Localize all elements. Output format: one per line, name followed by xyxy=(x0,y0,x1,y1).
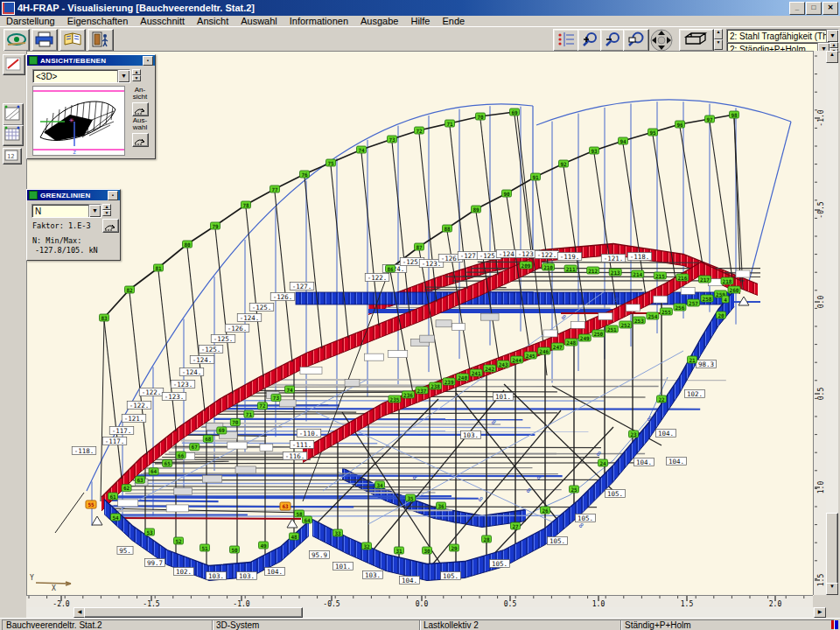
minimize-button[interactable]: _ xyxy=(789,2,805,15)
panel-titlebar[interactable]: GRENZLINIEN ▪ xyxy=(27,190,120,200)
node-chip: 35 xyxy=(406,494,416,501)
node-chip: 53 xyxy=(145,528,155,536)
node-chip: 89 xyxy=(472,206,481,213)
svg-text:216: 216 xyxy=(677,275,687,281)
chevron-down-icon[interactable]: ▼ xyxy=(826,30,838,42)
value-label: -124. xyxy=(179,368,204,376)
svg-text:237: 237 xyxy=(417,388,427,394)
svg-text:104.: 104. xyxy=(668,458,684,466)
vertical-scroll-thumb[interactable] xyxy=(826,513,838,586)
svg-text:21: 21 xyxy=(689,357,696,363)
menu-item-informationen[interactable]: Informationen xyxy=(284,16,354,26)
scroll-right-icon[interactable]: ▶ xyxy=(814,607,826,618)
view-combobox-spinner[interactable]: ▲▼ xyxy=(132,69,141,81)
theory-combobox[interactable]: 2: Stahl Tragfähigkeit (Th. 2. O ▼ xyxy=(726,29,839,43)
apply-faktor-button[interactable] xyxy=(102,219,119,233)
node-chip: 235 xyxy=(388,396,401,402)
svg-text:79: 79 xyxy=(212,223,219,229)
svg-text:-125.: -125. xyxy=(214,335,234,343)
close-button[interactable]: ✕ xyxy=(822,2,838,15)
svg-text:256: 256 xyxy=(675,304,684,311)
svg-text:52: 52 xyxy=(175,538,182,544)
svg-text:-117.: -117. xyxy=(105,438,125,445)
support-triangle xyxy=(92,516,102,525)
node-chip: 253 xyxy=(633,317,645,324)
zoom-in-icon xyxy=(578,31,603,48)
value-label: -125. xyxy=(249,304,274,312)
hatch-layer-button[interactable] xyxy=(3,103,24,126)
node-chip: 51 xyxy=(200,544,210,551)
view-combobox[interactable]: <3D> ▼ xyxy=(32,69,130,83)
svg-text:215: 215 xyxy=(655,273,665,279)
apply-view-button[interactable] xyxy=(132,102,149,116)
exit-button[interactable] xyxy=(88,29,114,52)
horizontal-scrollbar[interactable]: ◀ ▶ xyxy=(26,607,826,618)
menu-item-ausschnitt[interactable]: Ausschnitt xyxy=(134,16,191,26)
svg-text:105.: 105. xyxy=(578,514,593,522)
mesh-layer-button[interactable] xyxy=(3,125,24,146)
view-3d-button[interactable] xyxy=(679,29,714,52)
svg-text:252: 252 xyxy=(620,322,630,328)
node-chip: 74 xyxy=(357,146,367,153)
close-icon[interactable]: ▪ xyxy=(108,191,118,200)
edit-mode-button[interactable] xyxy=(3,54,25,75)
horizontal-scroll-thumb[interactable] xyxy=(84,607,303,618)
svg-text:87: 87 xyxy=(416,244,423,250)
numbers-icon: 12 xyxy=(4,150,19,164)
value-label: -122. xyxy=(139,388,164,396)
svg-text:242: 242 xyxy=(485,366,494,372)
chevron-down-icon[interactable]: ▼ xyxy=(117,70,130,82)
menu-item-auswahl[interactable]: Auswahl xyxy=(234,16,284,26)
menu-item-eigenschaften[interactable]: Eigenschaften xyxy=(61,16,135,26)
help-book-button[interactable] xyxy=(60,29,86,52)
value-label: 103. xyxy=(461,431,481,439)
node-chip: 257 xyxy=(687,299,699,306)
maximize-button[interactable]: □ xyxy=(806,2,822,15)
apply-selection-button[interactable] xyxy=(132,133,149,147)
svg-text:-122.: -122. xyxy=(368,274,388,282)
menu-item-darstellung[interactable]: Darstellung xyxy=(0,16,61,26)
menu-item-ansicht[interactable]: Ansicht xyxy=(191,16,234,26)
numbering-toggle-button[interactable] xyxy=(553,29,579,52)
close-icon[interactable]: ▪ xyxy=(143,56,153,66)
scroll-up-icon[interactable]: ▲ xyxy=(826,51,838,63)
print-button[interactable] xyxy=(32,29,58,52)
result-combobox-spinner[interactable]: ▲▼ xyxy=(102,204,111,216)
scroll-down-icon[interactable]: ▼ xyxy=(826,583,838,595)
svg-text:-110.: -110. xyxy=(299,430,319,438)
value-label: -119. xyxy=(557,253,582,261)
panel-titlebar[interactable]: ANSICHT/EBENEN ▪ xyxy=(27,55,155,66)
node-chip: 260 xyxy=(728,286,740,293)
chevron-down-icon[interactable]: ▼ xyxy=(88,205,101,217)
svg-text:-1.0: -1.0 xyxy=(817,109,825,126)
print-icon xyxy=(32,31,57,48)
ruler-ticks: -2.0-1.5-1.0-0.50.00.51.01.52.0 xyxy=(26,596,813,608)
svg-text:246: 246 xyxy=(539,348,549,354)
node-chip: 236 xyxy=(402,391,415,398)
vertical-scrollbar[interactable]: ▲ ▼ xyxy=(826,51,838,595)
numbering-list-icon xyxy=(554,31,578,48)
panel-title: GRENZLINIEN xyxy=(40,192,91,200)
numbers-button[interactable]: 12 xyxy=(3,148,22,164)
view-spinner[interactable]: ▲▼ xyxy=(714,29,723,50)
svg-text:88: 88 xyxy=(444,226,451,232)
redraw-button[interactable] xyxy=(4,29,30,52)
value-label: 103. xyxy=(206,572,227,580)
node-chip: 33 xyxy=(333,529,343,536)
title-bar[interactable]: 4H-FRAP - Visualisierung [Bauchveerendel… xyxy=(0,0,840,16)
menu-item-hilfe[interactable]: Hilfe xyxy=(404,16,436,26)
svg-text:235: 235 xyxy=(390,396,400,402)
node-chip: 20 xyxy=(717,312,726,318)
app-icon xyxy=(2,2,15,15)
svg-text:105.: 105. xyxy=(550,537,565,545)
menu-item-ende[interactable]: Ende xyxy=(436,16,471,26)
node-chip: 65 xyxy=(163,459,172,466)
value-label: -122. xyxy=(365,274,389,282)
result-combobox[interactable]: N ▼ xyxy=(32,204,102,218)
node-chip: 209 xyxy=(520,262,532,269)
menu-item-ausgabe[interactable]: Ausgabe xyxy=(354,16,404,26)
svg-text:63: 63 xyxy=(282,503,289,509)
zoom-window-button[interactable] xyxy=(623,29,649,52)
view-preview[interactable]: ✳ z xyxy=(32,86,125,156)
support-chip: 63 xyxy=(280,502,290,510)
